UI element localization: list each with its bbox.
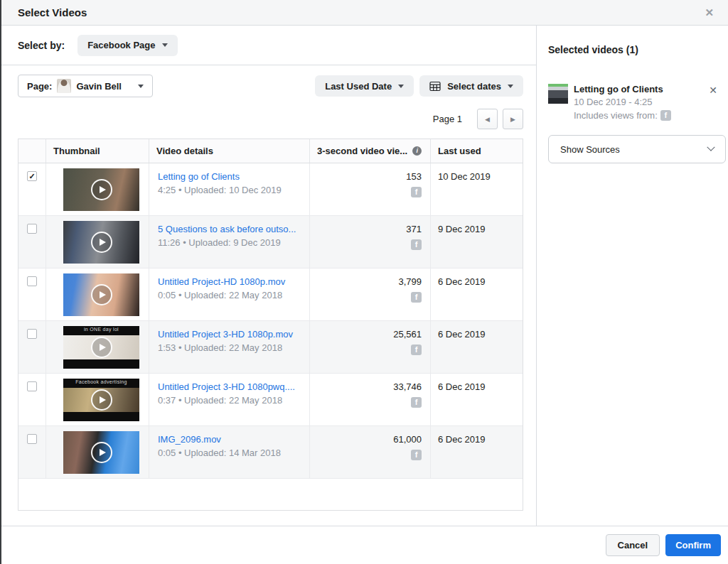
views-count: 25,561 (310, 329, 422, 340)
show-sources-label: Show Sources (560, 144, 620, 155)
row-checkbox[interactable]: ✓ (27, 171, 37, 181)
video-title-link[interactable]: Untitled Project 3-HD 1080pwq.... (158, 381, 301, 392)
video-title-link[interactable]: Untitled Project-HD 1080p.mov (158, 276, 301, 287)
views-count: 153 (310, 171, 422, 182)
header-last-used: Last used (430, 139, 523, 163)
show-sources-dropdown[interactable]: Show Sources (548, 135, 726, 163)
row-checkbox[interactable] (27, 329, 37, 339)
prev-arrow-icon: ◀ (485, 116, 490, 123)
filters-row: Page: Gavin Bell Last Used Date (0, 65, 536, 97)
remove-selected-icon[interactable]: ✕ (709, 85, 717, 96)
facebook-icon: f (411, 397, 422, 408)
table-row[interactable]: ✓ Letting go of Clients 4:25 • Uploaded:… (18, 163, 523, 216)
header-views: 3-second video vie... i (309, 139, 430, 163)
video-thumbnail[interactable] (63, 168, 139, 211)
row-checkbox[interactable] (27, 224, 37, 234)
table-empty-space (18, 479, 523, 510)
video-title-link[interactable]: 5 Questions to ask before outso... (158, 224, 301, 234)
last-used-date: 6 Dec 2019 (430, 374, 523, 425)
play-icon (91, 337, 112, 358)
selected-video-title: Letting go of Clients (574, 84, 671, 94)
includes-views-label: Includes views from: (574, 110, 658, 121)
video-thumbnail[interactable]: Facebook advertising (63, 379, 139, 421)
facebook-icon: f (411, 187, 422, 197)
videos-table: Thumbnail Video details 3-second video v… (18, 139, 523, 511)
header-thumbnail: Thumbnail (46, 139, 149, 163)
video-meta: 1:53 • Uploaded: 22 May 2018 (158, 342, 301, 353)
last-used-date: 6 Dec 2019 (430, 321, 523, 373)
video-title-link[interactable]: Untitled Project 3-HD 1080p.mov (158, 329, 301, 340)
page-avatar (57, 79, 71, 93)
calendar-icon (429, 81, 441, 92)
dialog-footer: Cancel Confirm (0, 526, 728, 564)
dialog-title: Select Videos (18, 6, 87, 18)
last-used-date: 9 Dec 2019 (430, 216, 523, 268)
video-thumbnail[interactable] (63, 273, 139, 316)
pagination: Page 1 ◀ ▶ (0, 97, 536, 139)
last-used-date: 6 Dec 2019 (430, 426, 523, 478)
selected-video-item: Letting go of Clients 10 Dec 2019 - 4:25… (548, 84, 726, 121)
select-dates-dropdown[interactable]: Select dates (419, 75, 523, 97)
next-page-button[interactable]: ▶ (503, 109, 523, 129)
sort-value: Last Used Date (325, 81, 392, 92)
next-arrow-icon: ▶ (510, 116, 515, 123)
caret-down-icon (162, 43, 168, 47)
facebook-icon: f (411, 292, 422, 303)
video-meta: 0:05 • Uploaded: 22 May 2018 (158, 290, 301, 300)
header-video-details: Video details (149, 139, 309, 163)
page-dropdown[interactable]: Page: Gavin Bell (18, 75, 153, 97)
dates-value: Select dates (447, 81, 501, 92)
play-icon (91, 284, 112, 305)
header-checkbox-column (18, 139, 46, 163)
dialog-titlebar: Select Videos ✕ (0, 0, 728, 26)
caret-down-icon (138, 85, 144, 88)
select-by-dropdown[interactable]: Facebook Page (77, 35, 177, 56)
selected-video-meta: 10 Dec 2019 - 4:25 (574, 97, 671, 107)
table-row[interactable]: 5 Questions to ask before outso... 11:26… (18, 216, 523, 269)
last-used-date: 6 Dec 2019 (430, 269, 523, 320)
views-count: 33,746 (310, 381, 422, 392)
table-header: Thumbnail Video details 3-second video v… (18, 139, 523, 163)
page-value: Gavin Bell (76, 81, 122, 92)
video-thumbnail[interactable]: in ONE day lol (63, 326, 139, 369)
last-used-date: 10 Dec 2019 (430, 163, 523, 215)
chevron-down-icon (707, 143, 714, 151)
table-row[interactable]: IMG_2096.mov 0:05 • Uploaded: 14 Mar 201… (18, 426, 523, 479)
screen-left-edge (0, 0, 1, 564)
video-meta: 0:37 • Uploaded: 22 May 2018 (158, 395, 301, 406)
row-checkbox[interactable] (27, 381, 37, 391)
confirm-button[interactable]: Confirm (665, 534, 721, 556)
row-checkbox[interactable] (27, 434, 37, 444)
play-icon (91, 232, 112, 253)
play-icon (91, 179, 112, 200)
facebook-icon: f (411, 239, 422, 250)
facebook-icon: f (660, 110, 671, 121)
close-icon[interactable]: ✕ (705, 6, 714, 19)
play-icon (91, 389, 112, 411)
caret-down-icon (398, 85, 404, 88)
views-count: 371 (310, 224, 422, 234)
views-count: 61,000 (310, 434, 422, 445)
video-title-link[interactable]: IMG_2096.mov (158, 434, 301, 445)
main-panel: Select by: Facebook Page Page: Gavin Bel… (0, 26, 537, 526)
video-title-link[interactable]: Letting go of Clients (158, 171, 301, 182)
video-thumbnail[interactable] (63, 221, 139, 264)
video-meta: 11:26 • Uploaded: 9 Dec 2019 (158, 237, 301, 248)
table-row[interactable]: Facebook advertising Untitled Project 3-… (18, 374, 523, 426)
sort-dropdown[interactable]: Last Used Date (315, 75, 414, 97)
info-icon[interactable]: i (412, 146, 422, 156)
video-thumbnail[interactable] (63, 431, 139, 474)
select-videos-dialog: Select Videos ✕ Select by: Facebook Page… (0, 0, 728, 564)
row-checkbox[interactable] (27, 276, 37, 286)
thumbnail-caption: Facebook advertising (63, 379, 139, 384)
table-row[interactable]: Untitled Project-HD 1080p.mov 0:05 • Upl… (18, 269, 523, 321)
selected-videos-heading: Selected videos (1) (548, 44, 726, 55)
previous-page-button[interactable]: ◀ (477, 109, 498, 129)
selected-video-thumbnail (548, 84, 568, 104)
cancel-button[interactable]: Cancel (606, 534, 660, 556)
select-by-row: Select by: Facebook Page (0, 26, 536, 65)
table-row[interactable]: in ONE day lol Untitled Project 3-HD 108… (18, 321, 523, 374)
page-indicator: Page 1 (433, 114, 462, 124)
select-by-value: Facebook Page (87, 40, 155, 50)
selected-videos-panel: Selected videos (1) Letting go of Client… (537, 26, 728, 526)
